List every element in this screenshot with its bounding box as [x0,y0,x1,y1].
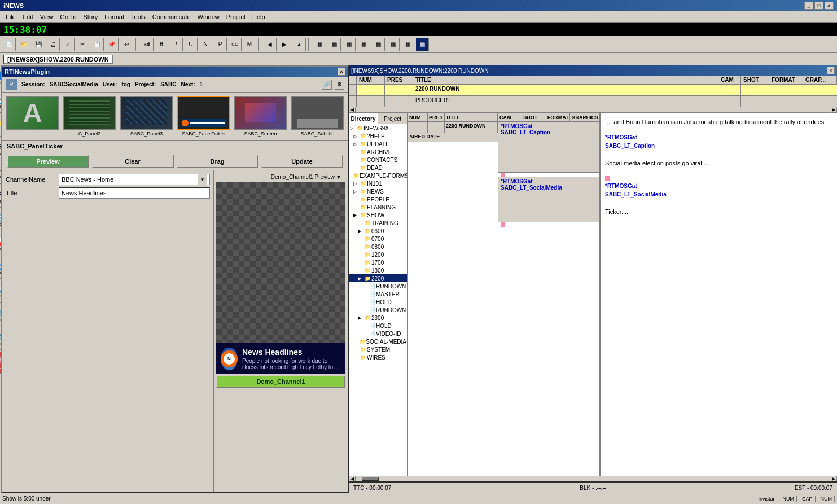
tree-item-system[interactable]: 📁 SYSTEM [349,345,407,353]
tree-item-hold2[interactable]: 📄 HOLD [349,322,407,330]
tree-item-help[interactable]: ▷ 📁 ?HELP [349,132,407,140]
preview-button[interactable]: Preview [7,155,89,168]
tree-item-dead[interactable]: 📁 DEAD [349,164,407,172]
update-button[interactable]: Update [261,155,343,168]
channel-name-input[interactable]: BBC News - Home ▼ [59,174,210,185]
rtmosgate-2-line1[interactable]: *RTMOSGat [501,178,597,185]
toolbar-btn-p[interactable]: P [213,38,227,51]
tab-directory[interactable]: Directory [349,113,378,124]
inews-close-button[interactable]: × [827,67,835,74]
toolbar-btn-col4[interactable]: ▦ [357,38,370,51]
menu-format[interactable]: Format [101,12,128,21]
tree-item-0700[interactable]: 📁 0700 [349,235,407,243]
tree-item-training[interactable]: 📁 TRAINING [349,219,407,227]
scroll-right-btn[interactable]: ▶ [830,107,837,113]
toolbar-btn-left[interactable]: ◀ [263,38,277,51]
plugin-settings-gear-btn[interactable]: ⚙ [334,80,344,90]
minimize-button[interactable]: _ [804,2,813,10]
channel-name-dropdown-button[interactable]: ▼ [198,174,207,185]
preview-channel-button[interactable]: Demo_Channel1 [216,375,345,388]
toolbar-btn-right[interactable]: ▶ [278,38,291,51]
toolbar-btn-spell[interactable]: ✓ [61,38,75,51]
tree-item-1800[interactable]: 📁 1800 [349,266,407,274]
menu-edit[interactable]: Edit [19,12,37,21]
toolbar-btn-col7[interactable]: ▦ [401,38,414,51]
scroll-left-btn[interactable]: ◀ [349,107,356,113]
toolbar-btn-print[interactable]: 🖨 [46,38,60,51]
menu-view[interactable]: View [37,12,57,21]
title-input[interactable]: News Headlines [59,187,210,199]
tree-item-2200[interactable]: ▶ 📁 2200 [349,274,407,282]
menu-file[interactable]: File [2,12,19,21]
thumbnail-sabc-subtitle[interactable]: SABC_Subtitle [291,96,344,137]
clear-button[interactable]: Clear [91,155,174,168]
top-scrollbar[interactable]: ◀ ▶ [349,107,837,113]
menu-project[interactable]: Project [223,12,249,21]
toolbar-btn-n[interactable]: N [199,38,212,51]
toolbar-btn-cut[interactable]: ✂ [76,38,89,51]
menu-tools[interactable]: Tools [128,12,149,21]
tree-item-0600[interactable]: ▶ 📁 0600 [349,227,407,235]
menu-help[interactable]: Help [249,12,269,21]
tab-project[interactable]: Project [378,113,407,124]
tree-item-planning[interactable]: 📁 PLANNING [349,203,407,211]
tree-item-people[interactable]: 📁 PEOPLE [349,195,407,203]
toolbar-btn-save[interactable]: 💾 [32,38,45,51]
rtmosgate-2-line2[interactable]: SABC_LT_SocialMedia [501,185,597,191]
toolbar-btn-cc[interactable]: CC [228,38,242,51]
tree-item-video-id[interactable]: 📄 VIDEO-ID [349,330,407,338]
drag-button[interactable]: Drag [176,155,258,168]
thumbnail-cpanel2[interactable]: C_Panel2 [63,96,116,137]
toolbar-btn-col1[interactable]: ▦ [313,38,326,51]
rtmosgate-1-line1[interactable]: *RTMOSGat [501,123,597,129]
toolbar-btn-underline[interactable]: U [184,38,198,51]
tree-item-example-forms[interactable]: 📁 EXAMPLE-FORMS [349,172,407,179]
tree-item-inews9x[interactable]: ▷ 📁 INEWS9X [349,124,407,132]
tree-item-rundown2[interactable]: 📄 RUNDOWN [349,306,407,314]
menu-window[interactable]: Window [194,12,223,21]
bottom-scrollbar[interactable]: ◀ ▶ [349,476,837,481]
tree-item-master[interactable]: 📄 MASTER [349,290,407,298]
menu-communicate[interactable]: Communicate [149,12,194,21]
toolbar-btn-bold[interactable]: B [155,38,168,51]
toolbar-btn-up[interactable]: ▲ [292,38,306,51]
tree-item-wires[interactable]: 📁 WIRES [349,353,407,361]
toolbar-btn-copy[interactable]: 📋 [90,38,104,51]
toolbar-btn-m[interactable]: M [243,38,256,51]
toolbar-btn-col3[interactable]: ▦ [342,38,356,51]
tree-item-2300[interactable]: ▶ 📁 2300 [349,314,407,322]
toolbar-btn-italic[interactable]: I [169,38,183,51]
toolbar-btn-col2[interactable]: ▦ [327,38,341,51]
toolbar-btn-open[interactable]: 📂 [17,38,30,51]
plugin-close-button[interactable]: × [338,68,345,76]
maximize-button[interactable]: □ [814,2,823,10]
toolbar-btn-3d[interactable]: 3d [140,38,154,51]
tree-item-hold1[interactable]: 📄 HOLD [349,298,407,306]
rtmosgate-1-line2[interactable]: SABC_LT_Caption [501,129,597,135]
tree-item-contacts[interactable]: 📁 CONTACTS [349,156,407,164]
h-scroll-right-btn[interactable]: ▶ [830,476,837,482]
tree-item-archive[interactable]: 📁 ARCHIVE [349,148,407,156]
close-button[interactable]: × [825,2,834,10]
toolbar-btn-new[interactable]: 📄 [2,38,16,51]
menu-story[interactable]: Story [80,12,102,21]
tree-item-show[interactable]: ▶ 📁 SHOW [349,211,407,219]
toolbar-btn-col6[interactable]: ▦ [386,38,400,51]
toolbar-btn-col5[interactable]: ▦ [371,38,385,51]
tree-item-1700[interactable]: 📁 1700 [349,258,407,266]
toolbar-btn-col8[interactable]: ▦ [415,38,429,51]
tree-item-rundown1[interactable]: 📄 RUNDOWN [349,282,407,290]
plugin-settings-link-btn[interactable]: 🔗 [322,80,332,90]
toolbar-btn-undo[interactable]: ↩ [120,38,133,51]
thumbnail-sabc-screen[interactable]: SABC_Screen [234,96,287,137]
tree-item-0800[interactable]: 📁 0800 [349,243,407,251]
toolbar-btn-paste[interactable]: 📌 [105,38,119,51]
tree-item-1200[interactable]: 📁 1200 [349,251,407,258]
tree-item-update[interactable]: ▷ 📁 UPDATE [349,140,407,148]
thumbnail-sabc-panelticker[interactable]: SABC_PanelTicker [177,96,230,137]
thumbnail-a[interactable]: A [6,96,59,137]
menu-goto[interactable]: Go To [56,12,80,21]
preview-label[interactable]: Demo_Channel1 Preview ▼ [267,173,345,181]
thumbnail-sabc-panel3[interactable]: SABC_Panel3 [120,96,173,137]
h-scroll-left-btn[interactable]: ◀ [349,476,356,482]
